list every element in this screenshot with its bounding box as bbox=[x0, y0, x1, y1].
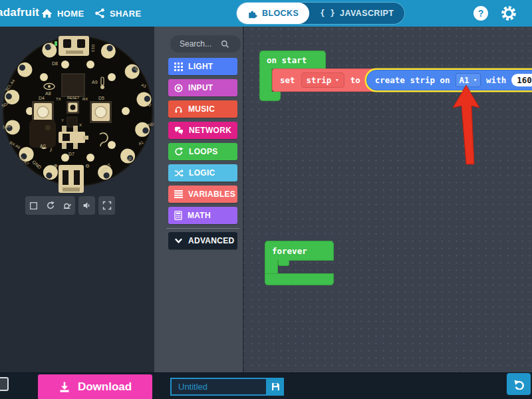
top-menubar: adafruit HOME SHARE BLOCKS { } JAVASCRIP… bbox=[0, 0, 532, 27]
stop-button[interactable] bbox=[25, 196, 42, 215]
on-start-block[interactable]: on start bbox=[259, 51, 326, 69]
category-label: ADVANCED bbox=[188, 236, 235, 245]
share-icon bbox=[94, 8, 105, 19]
collapse-sim-button[interactable] bbox=[0, 377, 9, 391]
power-led bbox=[55, 41, 57, 46]
category-label: MUSIC bbox=[188, 104, 215, 114]
restart-button[interactable] bbox=[42, 196, 59, 215]
category-label: NETWORK bbox=[189, 126, 231, 135]
pixel-count-input[interactable]: 160 bbox=[511, 74, 532, 86]
share-label: SHARE bbox=[110, 9, 142, 19]
simulator-panel: On D13 D8 A8 A9 D4 D5 TX RESET RX bbox=[0, 27, 154, 372]
board-label: A0 bbox=[40, 144, 46, 148]
help-button[interactable]: ? bbox=[473, 6, 488, 21]
pixel-count-value: 160 bbox=[517, 75, 532, 85]
category-music[interactable]: MUSIC bbox=[168, 100, 237, 118]
board-label: D8 bbox=[52, 61, 58, 66]
undo-icon bbox=[513, 378, 525, 390]
board-label: On bbox=[49, 42, 53, 47]
project-name-input[interactable] bbox=[170, 378, 267, 396]
question-icon: ? bbox=[478, 8, 484, 19]
braces-icon: { } bbox=[320, 9, 335, 18]
category-math[interactable]: MATH bbox=[168, 207, 237, 224]
slow-mo-button[interactable] bbox=[59, 196, 75, 215]
board-label: D4 bbox=[39, 96, 45, 100]
annotation-arrow bbox=[447, 80, 493, 170]
board-label: RX bbox=[82, 97, 88, 101]
blocks-workspace[interactable]: on start set strip ▾ to create strip on … bbox=[243, 27, 532, 372]
tab-javascript-label: JAVASCRIPT bbox=[340, 9, 394, 18]
chevron-down-icon bbox=[174, 237, 183, 244]
category-label: LOGIC bbox=[189, 168, 215, 178]
tab-javascript[interactable]: { } JAVASCRIPT bbox=[309, 3, 404, 24]
led-grid-icon bbox=[174, 63, 183, 71]
board-label: A8 bbox=[45, 91, 51, 96]
variable-name: strip bbox=[307, 75, 332, 85]
category-label: MATH bbox=[188, 211, 211, 220]
fullscreen-icon-button[interactable] bbox=[98, 196, 115, 215]
category-label: INPUT bbox=[188, 83, 213, 92]
board-label: ⊖ bbox=[85, 163, 90, 169]
download-button[interactable]: Download bbox=[38, 374, 152, 399]
button-b[interactable] bbox=[90, 101, 112, 123]
category-variables[interactable]: VARIABLES bbox=[168, 186, 237, 203]
search-icon bbox=[211, 40, 241, 49]
share-button[interactable]: SHARE bbox=[94, 0, 142, 27]
gear-icon bbox=[500, 5, 517, 22]
on-start-label: on start bbox=[267, 55, 307, 65]
record-icon bbox=[174, 84, 183, 92]
home-label: HOME bbox=[57, 9, 84, 19]
forever-block-spine bbox=[265, 260, 278, 274]
category-label: VARIABLES bbox=[188, 190, 235, 199]
set-label: set bbox=[280, 75, 295, 85]
forever-block-foot bbox=[265, 273, 334, 285]
reset-button[interactable] bbox=[66, 101, 79, 114]
loop-icon bbox=[174, 147, 184, 156]
toolbox-separator bbox=[166, 228, 239, 229]
tab-blocks[interactable]: BLOCKS bbox=[237, 3, 309, 24]
battery-connector bbox=[59, 165, 84, 193]
usb-connector bbox=[59, 36, 89, 56]
bottom-toolbar: Download bbox=[0, 372, 532, 399]
home-button[interactable]: HOME bbox=[41, 0, 84, 27]
puzzle-icon bbox=[247, 9, 257, 19]
settings-button[interactable] bbox=[500, 5, 517, 22]
board-label: D5 bbox=[98, 96, 104, 100]
main-chip bbox=[62, 74, 84, 96]
svg-text:Y: Y bbox=[61, 118, 64, 122]
editor-tab-group: BLOCKS { } JAVASCRIPT bbox=[237, 3, 404, 24]
board-label: RESET bbox=[67, 96, 80, 100]
calculator-icon bbox=[174, 211, 182, 220]
mute-button[interactable] bbox=[78, 196, 95, 215]
save-button[interactable] bbox=[267, 378, 284, 396]
shuffle-icon bbox=[174, 169, 184, 178]
adafruit-logo: adafruit bbox=[0, 6, 39, 19]
to-label: to bbox=[350, 75, 360, 85]
category-advanced[interactable]: ADVANCED bbox=[168, 232, 237, 249]
home-icon bbox=[41, 8, 53, 19]
board-label: TX bbox=[56, 97, 61, 101]
board-label: ⊕ bbox=[53, 163, 58, 169]
category-logic[interactable]: LOGIC bbox=[168, 164, 237, 182]
undo-button[interactable] bbox=[507, 373, 531, 395]
category-label: LOOPS bbox=[189, 147, 218, 156]
category-light[interactable]: LIGHT bbox=[168, 58, 237, 75]
forever-block[interactable]: forever bbox=[265, 241, 334, 261]
caret-down-icon: ▾ bbox=[335, 77, 338, 83]
music-note-glyph: ♪ bbox=[49, 146, 53, 153]
simulator-controls bbox=[25, 196, 115, 215]
category-network[interactable]: NETWORK bbox=[168, 122, 237, 139]
board-label: D13 bbox=[91, 45, 95, 53]
search-input[interactable]: Search... bbox=[170, 35, 241, 53]
block-toolbox: Search... LIGHT INPUT bbox=[154, 27, 243, 372]
save-icon bbox=[271, 382, 281, 392]
category-loops[interactable]: LOOPS bbox=[168, 143, 237, 160]
download-label: Download bbox=[78, 380, 132, 394]
download-icon bbox=[59, 381, 70, 393]
list-lines-icon bbox=[174, 190, 183, 198]
variable-dropdown[interactable]: strip ▾ bbox=[301, 72, 344, 88]
on-start-block-spine bbox=[259, 68, 272, 92]
search-placeholder: Search... bbox=[170, 39, 211, 49]
category-input[interactable]: INPUT bbox=[168, 79, 237, 96]
tab-blocks-label: BLOCKS bbox=[262, 9, 299, 18]
